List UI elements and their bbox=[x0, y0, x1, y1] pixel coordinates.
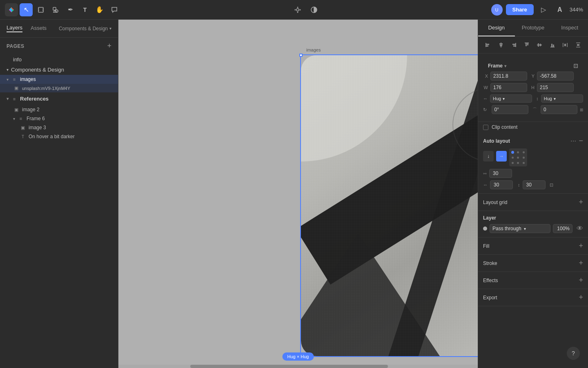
auto-layout-title: Auto layout bbox=[483, 138, 510, 144]
layer-item-unsplash[interactable]: ▣ unsplash:mV9-1XjnM4Y bbox=[0, 84, 118, 92]
layer-item-image3[interactable]: ▣ image 3 bbox=[0, 123, 118, 132]
layer-item-frame6[interactable]: ▾ ≡ Frame 6 bbox=[0, 114, 118, 123]
text-tool[interactable]: T bbox=[78, 3, 91, 16]
toolbar-right: U Share ▷ A 344% bbox=[491, 3, 583, 16]
dot-br bbox=[523, 162, 525, 164]
rotation-row: ↻ ⌒ ⊞ bbox=[483, 105, 583, 114]
select-tool[interactable]: ↖ bbox=[20, 3, 33, 16]
components-design-tab[interactable]: Components & Design ▾ bbox=[59, 26, 111, 31]
share-button[interactable]: Share bbox=[506, 4, 534, 15]
padding-h-input[interactable] bbox=[490, 180, 513, 189]
auto-layout-section: Auto layout ⋯ − ↓ → bbox=[478, 132, 588, 194]
layout-grid-label: Layout grid bbox=[483, 200, 507, 205]
remove-auto-layout-button[interactable]: − bbox=[579, 137, 583, 145]
canvas-image bbox=[301, 55, 478, 356]
h-label: H bbox=[530, 85, 535, 90]
plugins-button[interactable] bbox=[291, 3, 304, 16]
font-button[interactable]: A bbox=[553, 3, 566, 16]
play-button[interactable]: ▷ bbox=[537, 3, 550, 16]
distribute-v-button[interactable] bbox=[573, 40, 583, 50]
corner-radius-icon: ⌒ bbox=[532, 107, 539, 113]
visibility-toggle[interactable]: 👁 bbox=[577, 225, 583, 232]
stroke-label: Stroke bbox=[483, 260, 497, 266]
add-layout-grid-button[interactable]: + bbox=[579, 198, 583, 206]
hand-tool[interactable]: ✋ bbox=[93, 3, 106, 16]
stroke-section: Stroke + bbox=[478, 255, 588, 272]
padding-expand-icon[interactable]: ⊡ bbox=[550, 182, 553, 188]
more-options-icon[interactable]: ⋯ bbox=[570, 138, 576, 144]
page-item-components-design[interactable]: ▾ Components & Design bbox=[0, 65, 118, 75]
align-bottom-button[interactable] bbox=[548, 40, 557, 50]
frame-tool[interactable] bbox=[34, 3, 47, 16]
svg-rect-36 bbox=[576, 47, 580, 48]
y-input[interactable] bbox=[537, 72, 574, 81]
scrollbar-thumb[interactable] bbox=[190, 365, 388, 368]
align-center-v-button[interactable] bbox=[535, 40, 544, 50]
effects-section: Effects + bbox=[478, 272, 588, 289]
blend-mode-selector[interactable]: Pass through ▾ bbox=[490, 224, 550, 233]
page-item-info[interactable]: info bbox=[0, 54, 118, 65]
align-center-h-button[interactable] bbox=[496, 40, 506, 50]
avatar[interactable]: U bbox=[491, 4, 503, 16]
opacity-input[interactable] bbox=[553, 224, 572, 233]
add-stroke-button[interactable]: + bbox=[579, 259, 583, 267]
padding-v-input[interactable] bbox=[523, 180, 546, 189]
tab-assets[interactable]: Assets bbox=[31, 25, 47, 32]
export-section: Export + bbox=[478, 289, 588, 306]
layer-item-image2[interactable]: ▣ image 2 bbox=[0, 105, 118, 114]
frame-container[interactable] bbox=[300, 54, 478, 357]
direction-down-button[interactable]: ↓ bbox=[483, 151, 494, 162]
main-menu-button[interactable] bbox=[5, 3, 18, 16]
add-page-button[interactable]: + bbox=[107, 42, 111, 50]
frame-label: Frame bbox=[488, 63, 503, 69]
align-top-button[interactable] bbox=[522, 40, 532, 50]
layer-label-onhover: On hover a bit darker bbox=[29, 134, 75, 139]
x-input[interactable] bbox=[490, 72, 527, 81]
canvas[interactable]: images Hug × Hug bbox=[118, 20, 478, 368]
align-left-button[interactable] bbox=[483, 40, 493, 50]
layer-item-onhover[interactable]: T On hover a bit darker bbox=[0, 132, 118, 141]
direction-right-button[interactable]: → bbox=[496, 151, 507, 162]
individual-corners-icon[interactable]: ⊞ bbox=[580, 108, 583, 112]
add-fill-button[interactable]: + bbox=[579, 242, 583, 250]
alignment-grid[interactable] bbox=[509, 148, 527, 166]
rotation-input[interactable] bbox=[492, 105, 528, 114]
tab-prototype[interactable]: Prototype bbox=[515, 20, 552, 36]
add-export-button[interactable]: + bbox=[579, 293, 583, 302]
frame-canvas-label: images bbox=[306, 47, 321, 52]
resize-proportional-icon[interactable]: ⊡ bbox=[573, 63, 578, 69]
chevron-icon-refs: ▾ bbox=[7, 96, 9, 101]
tab-inspect[interactable]: Inspect bbox=[551, 20, 588, 36]
references-header[interactable]: ▾ ≡ References bbox=[0, 92, 118, 105]
tab-design[interactable]: Design bbox=[478, 20, 515, 36]
hug-height-selector[interactable]: Hug ▾ bbox=[541, 94, 583, 103]
layer-label-image3: image 3 bbox=[29, 125, 46, 130]
help-button[interactable]: ? bbox=[567, 347, 580, 360]
align-right-button[interactable] bbox=[509, 40, 519, 50]
distribute-h-button[interactable] bbox=[560, 40, 570, 50]
corner-radius-input[interactable] bbox=[541, 105, 577, 114]
pen-tool[interactable]: ✒ bbox=[64, 3, 77, 16]
layer-item-images[interactable]: ▾ ≡ images bbox=[0, 75, 118, 84]
shape-tool[interactable] bbox=[49, 3, 62, 16]
clip-content-checkbox[interactable] bbox=[483, 125, 488, 130]
gap-input[interactable] bbox=[489, 169, 512, 178]
svg-rect-21 bbox=[512, 44, 515, 45]
image3-icon: ▣ bbox=[20, 125, 26, 130]
add-effect-button[interactable]: + bbox=[579, 276, 583, 285]
horizontal-scrollbar[interactable] bbox=[118, 365, 478, 368]
svg-rect-24 bbox=[526, 43, 527, 46]
hug-row: ↔ Hug ▾ ↕ Hug ▾ bbox=[483, 94, 583, 103]
svg-rect-28 bbox=[540, 44, 541, 46]
hug-width-label: Hug bbox=[493, 96, 501, 101]
zoom-level[interactable]: 344% bbox=[570, 7, 583, 13]
theme-button[interactable] bbox=[307, 3, 321, 16]
dot-tl bbox=[511, 151, 514, 154]
comment-tool[interactable] bbox=[108, 3, 121, 16]
w-input[interactable] bbox=[490, 83, 527, 92]
frame-chevron-icon: ▾ bbox=[504, 64, 506, 68]
h-input[interactable] bbox=[537, 83, 574, 92]
tab-layers[interactable]: Layers bbox=[7, 25, 22, 32]
toolbar-left: ↖ ✒ T ✋ bbox=[5, 3, 121, 16]
hug-width-selector[interactable]: Hug ▾ bbox=[490, 94, 532, 103]
